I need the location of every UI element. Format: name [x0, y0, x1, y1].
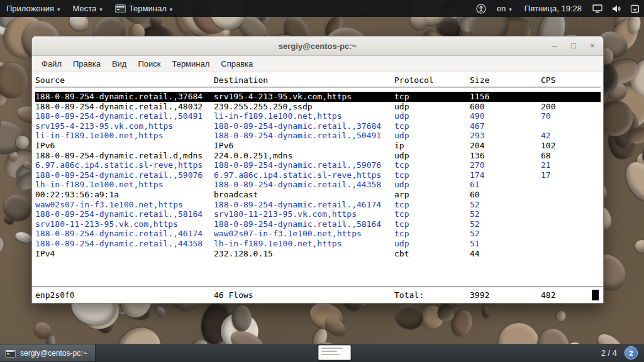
- cell-protocol: tcp: [394, 170, 470, 180]
- preview-line: [321, 354, 340, 355]
- cell-size: 270: [470, 160, 541, 170]
- menu-terminal[interactable]: Терминал: [166, 57, 215, 70]
- menu-help[interactable]: Справка: [215, 57, 258, 70]
- cell-cps: 68: [541, 151, 601, 161]
- status-interface: enp2s0f0: [35, 290, 214, 300]
- flow-row[interactable]: 00:22:93:56:a9:1abroadcastarp60: [35, 190, 601, 200]
- cell-destination: srv180-11-213-95.vk.com,https: [214, 209, 394, 219]
- cell-size: 52: [470, 219, 541, 229]
- flow-row[interactable]: 188-0-89-254-dynamic.retail.,48032239.25…: [35, 102, 601, 112]
- cell-source: 188-0-89-254-dynamic.retail.,37684: [35, 92, 214, 102]
- cell-size: 1156: [470, 92, 541, 102]
- flow-row[interactable]: waw02s07-in-f3.1e100.net,https188-0-89-2…: [35, 200, 601, 210]
- header-size: Size: [470, 75, 541, 87]
- cell-protocol: tcp: [394, 229, 470, 239]
- cell-size: 51: [470, 239, 541, 249]
- cell-protocol: udp: [394, 131, 470, 141]
- keyboard-layout-menu[interactable]: en ▾: [491, 0, 518, 17]
- flow-row[interactable]: srv195-4-213-95.vk.com,https188-0-89-254…: [35, 121, 601, 131]
- chevron-down-icon: ▾: [99, 6, 103, 13]
- flow-row[interactable]: 188-0-89-254-dynamic.retail.,590766.97.a…: [35, 170, 601, 180]
- volume-indicator[interactable]: [607, 0, 626, 17]
- cell-source: lh-in-f189.1e100.net,https: [35, 180, 214, 190]
- applications-menu-label: Приложения: [6, 4, 54, 13]
- header-protocol: Protocol: [394, 75, 470, 87]
- taskbar-right: 2 / 4 2: [601, 346, 644, 359]
- terminal-icon: [5, 349, 16, 358]
- cell-cps: [541, 180, 601, 190]
- cell-source: 188-0-89-254-dynamic.retail.d,mdns: [35, 151, 214, 161]
- cell-destination: 188-0-89-254-dynamic.retail.,46174: [214, 200, 394, 210]
- chevron-down-icon: ▾: [170, 6, 173, 13]
- menubar: Файл Правка Вид Поиск Терминал Справка: [32, 56, 603, 72]
- flow-row[interactable]: lh-in-f189.1e100.net,https188-0-89-254-d…: [35, 180, 601, 190]
- cell-cps: [541, 209, 601, 219]
- accessibility-icon: [476, 4, 486, 14]
- cell-size: 204: [470, 141, 541, 151]
- cell-source: li-in-f189.1e100.net,https: [35, 131, 214, 141]
- taskbar-item-terminal[interactable]: sergiy@centos-pc:~: [0, 344, 96, 362]
- cell-source: 188-0-89-254-dynamic.retail.,58164: [35, 209, 214, 219]
- flow-row[interactable]: li-in-f189.1e100.net,https188-0-89-254-d…: [35, 131, 601, 141]
- flow-row[interactable]: 188-0-89-254-dynamic.retail.,46174waw02s…: [35, 229, 601, 239]
- minimize-button[interactable]: –: [550, 41, 559, 50]
- keyboard-layout-label: en: [497, 4, 506, 13]
- cell-cps: 21: [541, 160, 601, 170]
- cell-destination: lh-in-f189.1e100.net,https: [214, 239, 394, 249]
- flow-row[interactable]: 188-0-89-254-dynamic.retail.,58164srv180…: [35, 209, 601, 219]
- flow-row[interactable]: 188-0-89-254-dynamic.retail.,37684srv195…: [35, 92, 601, 102]
- cell-cps: [541, 229, 601, 239]
- header-cps: CPS: [541, 75, 601, 87]
- terminal-screen[interactable]: Source Destination Protocol Size CPS 188…: [32, 72, 603, 303]
- flow-row[interactable]: IPv4232.128.0.15cbt44: [35, 249, 601, 259]
- status-bar: enp2s0f0 46 Flows Total: 3992 482: [32, 287, 603, 303]
- app-menu-terminal[interactable]: Терминал ▾: [109, 0, 179, 17]
- cell-cps: 70: [541, 111, 601, 121]
- menu-file[interactable]: Файл: [36, 57, 67, 70]
- cell-protocol: tcp: [394, 200, 470, 210]
- menu-search[interactable]: Поиск: [132, 57, 166, 70]
- applications-menu[interactable]: Приложения ▾: [0, 0, 67, 17]
- display-icon: [592, 4, 602, 13]
- flow-row[interactable]: 188-0-89-254-dynamic.retail.d,mdns224.0.…: [35, 151, 601, 161]
- cell-destination: 188-0-89-254-dynamic.retail.,58164: [214, 219, 394, 229]
- flow-row[interactable]: IPv6IPv6ip204102: [35, 141, 601, 151]
- cell-cps: [541, 219, 601, 229]
- cell-destination: srv195-4-213-95.vk.com,https: [214, 92, 394, 102]
- cell-source: 188-0-89-254-dynamic.retail.,46174: [35, 229, 214, 239]
- cell-cps: 200: [541, 102, 601, 112]
- cell-size: 61: [470, 180, 541, 190]
- flow-row[interactable]: 188-0-89-254-dynamic.retail.,44358lh-in-…: [35, 239, 601, 249]
- cell-destination: 224.0.0.251,mdns: [214, 151, 394, 161]
- cell-source: waw02s07-in-f3.1e100.net,https: [35, 200, 214, 210]
- menu-edit[interactable]: Правка: [67, 57, 106, 70]
- cell-protocol: arp: [394, 190, 470, 200]
- clock-menu[interactable]: Пятница, 19:28: [518, 0, 588, 17]
- panel-right: en ▾ Пятница, 19:28: [472, 0, 644, 17]
- close-button[interactable]: ×: [588, 41, 597, 50]
- window-preview-popup: [318, 345, 351, 360]
- flow-row[interactable]: srv180-11-213-95.vk.com,https188-0-89-25…: [35, 219, 601, 229]
- notification-indicator[interactable]: [626, 0, 644, 17]
- maximize-button[interactable]: □: [569, 41, 578, 50]
- header-destination: Destination: [214, 75, 394, 87]
- terminal-window: sergiy@centos-pc:~ – □ × Файл Правка Вид…: [31, 36, 604, 304]
- cell-destination: 188-0-89-254-dynamic.retail.,59076: [214, 160, 394, 170]
- workspace-pager[interactable]: 2 / 4: [601, 348, 617, 358]
- accessibility-menu[interactable]: [472, 0, 491, 17]
- cell-size: 52: [470, 200, 541, 210]
- clock-label: Пятница, 19:28: [525, 4, 582, 13]
- titlebar[interactable]: sergiy@centos-pc:~ – □ ×: [32, 36, 603, 56]
- flow-row[interactable]: 188-0-89-254-dynamic.retail.,50491li-in-…: [35, 111, 601, 121]
- flow-row[interactable]: 6.97.a86c.ip4.static.sl-reve,https188-0-…: [35, 160, 601, 170]
- menu-view[interactable]: Вид: [106, 57, 133, 70]
- cell-protocol: cbt: [394, 249, 470, 259]
- cell-source: 188-0-89-254-dynamic.retail.,50491: [35, 111, 214, 121]
- app-menu-label: Терминал: [129, 4, 167, 13]
- notification-badge[interactable]: 2: [625, 346, 638, 359]
- preview-line: [321, 348, 343, 349]
- status-total-label: Total:: [394, 290, 470, 300]
- places-menu[interactable]: Места ▾: [67, 0, 109, 17]
- cell-destination: 239.255.255.250,ssdp: [214, 102, 394, 112]
- display-indicator[interactable]: [588, 0, 607, 17]
